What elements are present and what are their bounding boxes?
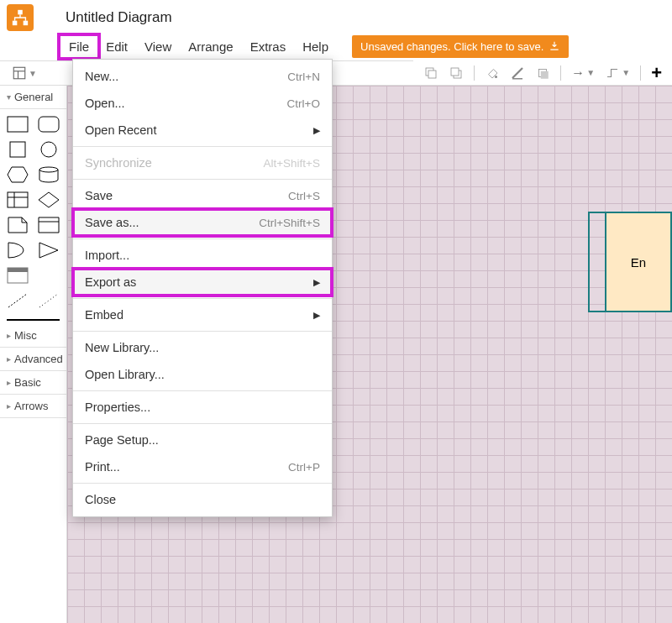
shape-circle[interactable] (38, 141, 60, 158)
shape-rounded-rect[interactable] (38, 116, 60, 133)
menu-item-close[interactable]: Close (73, 486, 332, 513)
menu-item-label: Open Recent (85, 123, 156, 137)
shape-rectangle[interactable] (7, 116, 29, 133)
menu-item-import[interactable]: Import... (73, 242, 332, 269)
toolbar-separator (560, 65, 561, 81)
shape-dashed-line[interactable] (7, 292, 29, 309)
menu-item-label: Close (85, 493, 116, 506)
menu-item-label: Import... (85, 249, 129, 262)
menu-item-label: New Library... (85, 341, 159, 354)
menu-item-open[interactable]: Open...Ctrl+O (73, 90, 332, 117)
layout-tool[interactable]: ▼ (7, 64, 42, 82)
menu-item-label: Print... (85, 460, 120, 474)
menu-item-label: Save as... (85, 216, 139, 229)
shape-half-circle[interactable] (7, 242, 29, 259)
menu-help[interactable]: Help (294, 36, 337, 57)
diagram-node[interactable]: En (605, 212, 672, 312)
shape-diamond[interactable] (38, 191, 60, 208)
menu-separator (73, 179, 332, 180)
svg-rect-11 (512, 78, 522, 80)
sidebar-section-arrows[interactable]: Arrows (0, 395, 66, 418)
waypoint-tool[interactable]: ▼ (600, 64, 635, 82)
menu-separator (73, 238, 332, 239)
shape-table[interactable] (7, 191, 29, 208)
menu-item-open-library[interactable]: Open Library... (73, 361, 332, 388)
submenu-arrow-icon: ▶ (313, 310, 320, 321)
menu-item-page-setup[interactable]: Page Setup... (73, 427, 332, 453)
submenu-arrow-icon: ▶ (313, 277, 320, 288)
shape-note[interactable] (7, 217, 29, 233)
connection-tool[interactable]: →▼ (566, 64, 600, 82)
diagram-logo-icon (11, 8, 29, 27)
formatting-toolbar: →▼ ▼ + (413, 60, 672, 86)
file-menu-dropdown: New...Ctrl+NOpen...Ctrl+OOpen Recent▶Syn… (72, 59, 333, 517)
menu-item-shortcut: Alt+Shift+S (263, 157, 320, 170)
menu-item-properties[interactable]: Properties... (73, 394, 332, 421)
menu-item-new-library[interactable]: New Library... (73, 334, 332, 361)
menu-item-shortcut: Ctrl+S (288, 190, 320, 202)
title-bar: Untitled Diagram (0, 0, 672, 32)
menu-item-label: Open Library... (85, 368, 165, 381)
svg-rect-13 (541, 71, 549, 78)
unsaved-changes-button[interactable]: Unsaved changes. Click here to save. (352, 35, 569, 58)
sidebar-section-general[interactable]: General (0, 86, 66, 109)
menu-item-save-as[interactable]: Save as...Ctrl+Shift+S (73, 209, 332, 236)
menu-item-export-as[interactable]: Export as▶ (73, 269, 332, 296)
sidebar-section-advanced[interactable]: Advanced (0, 348, 66, 371)
shape-square[interactable] (7, 141, 29, 158)
menu-separator (73, 298, 332, 299)
menu-separator (73, 331, 332, 332)
svg-rect-23 (8, 268, 28, 272)
fill-color-tool[interactable] (480, 64, 505, 82)
menu-item-print[interactable]: Print...Ctrl+P (73, 453, 332, 480)
app-logo (7, 4, 34, 31)
svg-rect-7 (428, 71, 436, 78)
menu-item-save[interactable]: SaveCtrl+S (73, 182, 332, 209)
menu-item-label: Save (85, 189, 113, 202)
sidebar-divider (7, 319, 60, 321)
add-tool[interactable]: + (646, 60, 667, 86)
shape-window[interactable] (7, 267, 29, 284)
menu-item-open-recent[interactable]: Open Recent▶ (73, 117, 332, 144)
menu-item-new[interactable]: New...Ctrl+N (73, 63, 332, 90)
menu-item-shortcut: Ctrl+N (287, 71, 320, 83)
diagram-bracket[interactable] (588, 212, 605, 312)
shape-palette (0, 109, 66, 316)
menu-separator (73, 146, 332, 147)
svg-rect-14 (8, 117, 28, 132)
shape-dotted-line[interactable] (38, 292, 60, 309)
sidebar-section-basic[interactable]: Basic (0, 371, 66, 395)
menu-item-label: New... (85, 70, 118, 83)
menu-item-shortcut: Ctrl+Shift+S (259, 217, 320, 229)
svg-rect-16 (10, 142, 25, 157)
svg-rect-2 (24, 21, 28, 25)
svg-rect-15 (39, 117, 59, 132)
menu-extras[interactable]: Extras (242, 36, 295, 57)
shape-card[interactable] (38, 217, 60, 233)
menu-item-embed[interactable]: Embed▶ (73, 301, 332, 328)
menu-item-shortcut: Ctrl+O (287, 97, 320, 110)
shape-blank[interactable] (38, 267, 60, 284)
menu-bar: File Edit View Arrange Extras Help Unsav… (0, 32, 672, 60)
shape-cylinder[interactable] (38, 166, 60, 183)
menu-item-label: Open... (85, 97, 125, 110)
menu-file[interactable]: File (60, 36, 97, 57)
shape-triangle[interactable] (38, 242, 60, 259)
sidebar-section-misc[interactable]: Misc (0, 324, 66, 348)
menu-view[interactable]: View (136, 36, 180, 57)
menu-separator (73, 390, 332, 391)
line-color-tool[interactable] (505, 64, 530, 82)
menu-edit[interactable]: Edit (97, 36, 136, 57)
to-front-tool[interactable] (418, 64, 444, 82)
menu-item-label: Properties... (85, 400, 150, 414)
svg-point-18 (39, 167, 58, 172)
document-title[interactable]: Untitled Diagram (66, 9, 172, 26)
to-back-tool[interactable] (444, 64, 469, 82)
menu-separator (73, 423, 332, 424)
shadow-tool[interactable] (530, 64, 555, 82)
svg-rect-0 (18, 10, 23, 15)
shape-hexagon[interactable] (7, 166, 29, 183)
menu-arrange[interactable]: Arrange (180, 36, 241, 57)
menu-item-label: Page Setup... (85, 433, 159, 447)
toolbar-separator (640, 65, 641, 81)
